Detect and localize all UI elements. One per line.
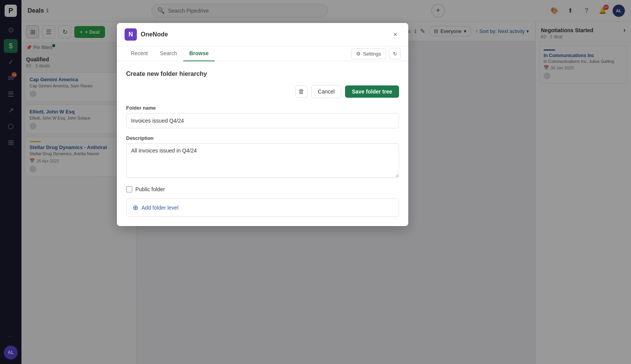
public-folder-checkbox[interactable]: [126, 186, 132, 192]
cancel-button[interactable]: Cancel: [311, 85, 341, 98]
description-textarea[interactable]: [126, 143, 399, 178]
public-folder-label[interactable]: Public folder: [135, 186, 165, 192]
section-title: Create new folder hierarchy: [126, 71, 399, 77]
plus-circle-icon: ⊕: [133, 203, 138, 212]
delete-button[interactable]: 🗑: [295, 85, 307, 98]
settings-button[interactable]: ⚙ Settings: [351, 48, 386, 59]
folder-name-group: Folder name: [126, 105, 399, 128]
refresh-icon: ↻: [393, 51, 397, 57]
modal-header: N OneNode ×: [117, 23, 408, 46]
description-label: Description: [126, 135, 399, 141]
tab-search[interactable]: Search: [154, 46, 183, 61]
tab-browse[interactable]: Browse: [183, 46, 215, 61]
tab-recent[interactable]: Recent: [125, 46, 154, 61]
refresh-button[interactable]: ↻: [389, 48, 401, 59]
modal-tabs: Recent Search Browse ⚙ Settings ↻: [117, 46, 408, 61]
modal-close-button[interactable]: ×: [390, 29, 401, 40]
modal-title: OneNode: [141, 31, 386, 38]
save-folder-tree-button[interactable]: Save folder tree: [345, 85, 399, 98]
actions-row: 🗑 Cancel Save folder tree: [126, 85, 399, 98]
settings-icon: ⚙: [356, 51, 361, 57]
modal-overlay[interactable]: N OneNode × Recent Search Browse ⚙ Setti…: [0, 0, 631, 364]
folder-name-label: Folder name: [126, 105, 399, 111]
folder-name-input[interactable]: [126, 113, 399, 128]
public-folder-row: Public folder: [126, 186, 399, 192]
file-manager-modal: N OneNode × Recent Search Browse ⚙ Setti…: [117, 23, 408, 226]
modal-body: Create new folder hierarchy 🗑 Cancel Sav…: [117, 61, 408, 226]
add-folder-level-button[interactable]: ⊕ Add folder level: [126, 198, 399, 217]
description-group: Description: [126, 135, 399, 179]
modal-toolbar: ⚙ Settings ↻: [351, 46, 401, 61]
modal-logo: N: [125, 28, 137, 41]
